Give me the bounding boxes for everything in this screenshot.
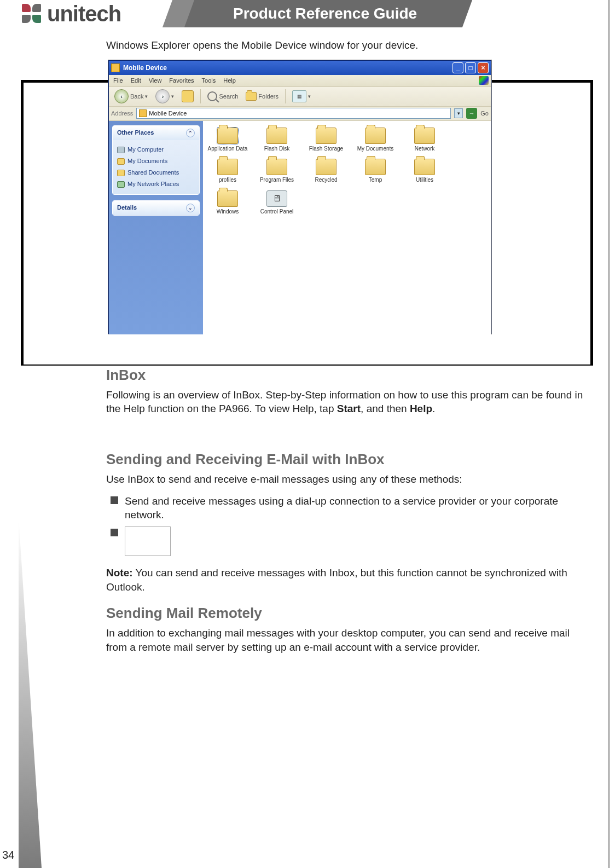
folder-icon: [217, 128, 238, 144]
menu-tools[interactable]: Tools: [202, 77, 216, 85]
folder-icon: [414, 159, 435, 175]
intro-text: Windows Explorer opens the Mobile Device…: [106, 38, 587, 53]
sidepane-link-mycomputer[interactable]: My Computer: [117, 145, 195, 155]
note-text: Note: You can send and receive messages …: [106, 566, 587, 594]
screenshot-container: Mobile Device _ □ × File Edit View Favor…: [85, 60, 587, 334]
folder-icon: [217, 190, 238, 207]
folder-program-files[interactable]: Program Files: [257, 159, 297, 184]
sidepane-link-shared[interactable]: Shared Documents: [117, 168, 195, 178]
minimize-button[interactable]: _: [452, 62, 463, 73]
bullet-icon: [111, 496, 118, 504]
menu-edit[interactable]: Edit: [131, 77, 141, 85]
section-remote-title: Sending Mail Remotely: [106, 604, 587, 623]
folder-icon: [365, 159, 386, 175]
forward-button[interactable]: ›▾: [153, 88, 176, 105]
menu-file[interactable]: File: [113, 77, 123, 85]
address-label: Address: [111, 109, 133, 118]
menu-view[interactable]: View: [149, 77, 162, 85]
section-sendrecv-title: Sending and Receiving E-Mail with InBox: [106, 450, 587, 469]
header-title-tab: Product Reference Guide: [178, 0, 472, 27]
toolbar: ‹Back▾ ›▾ Search Folders ▦▾: [109, 87, 491, 107]
page-number: 34: [2, 849, 14, 861]
folder-my-documents[interactable]: My Documents: [355, 128, 396, 153]
folder-icon: [246, 92, 257, 101]
folder-windows[interactable]: Windows: [207, 190, 248, 216]
expand-icon[interactable]: ⌄: [186, 204, 195, 212]
folder-icon: [316, 128, 336, 144]
folder-flash-storage[interactable]: Flash Storage: [306, 128, 346, 153]
folder-network[interactable]: Network: [404, 128, 445, 153]
folder-recycled[interactable]: Recycled: [306, 159, 346, 184]
other-places-card: Other Places⌃ My Computer My Documents S…: [112, 125, 200, 195]
collapse-icon[interactable]: ⌃: [186, 129, 195, 137]
placeholder-image: [125, 526, 171, 556]
titlebar[interactable]: Mobile Device _ □ ×: [109, 61, 491, 75]
sidepane-link-mydocs[interactable]: My Documents: [117, 157, 195, 166]
computer-icon: [117, 147, 125, 153]
window-icon: [111, 63, 120, 72]
window-title: Mobile Device: [123, 63, 167, 72]
explorer-window: Mobile Device _ □ × File Edit View Favor…: [108, 60, 491, 334]
address-field[interactable]: Mobile Device: [136, 108, 451, 119]
up-button[interactable]: [179, 89, 196, 103]
sidepane-link-network[interactable]: My Network Places: [117, 180, 195, 189]
brand-name: unitech: [47, 2, 121, 26]
page-content: Windows Explorer opens the Mobile Device…: [19, 27, 608, 655]
folder-icon: [414, 128, 435, 144]
menu-favorites[interactable]: Favorites: [169, 77, 194, 85]
details-card: Details⌄: [112, 200, 200, 216]
inbox-body: Following is an overview of InBox. Step-…: [106, 388, 587, 416]
views-icon: ▦: [292, 90, 306, 102]
folder-utilities[interactable]: Utilities: [404, 159, 445, 184]
folder-icon: [217, 159, 238, 175]
control-panel-icon: 🖥: [266, 190, 287, 207]
folder-flash-disk[interactable]: Flash Disk: [257, 128, 297, 153]
views-button[interactable]: ▦▾: [290, 89, 313, 103]
folder-up-icon: [182, 90, 194, 102]
address-dropdown[interactable]: ▾: [454, 108, 463, 118]
folder-temp[interactable]: Temp: [355, 159, 396, 184]
address-icon: [139, 109, 147, 117]
search-button[interactable]: Search: [205, 90, 240, 102]
folder-application-data[interactable]: Application Data: [207, 128, 248, 153]
file-area: Application Data Flash Disk Flash Storag…: [203, 121, 491, 334]
menu-help[interactable]: Help: [223, 77, 236, 85]
side-pane: Other Places⌃ My Computer My Documents S…: [109, 121, 203, 334]
other-places-title: Other Places: [117, 129, 154, 137]
folder-icon: [117, 170, 125, 176]
remote-body: In addition to exchanging mail messages …: [106, 626, 587, 654]
folder-icon: [266, 128, 287, 144]
sendrecv-intro: Use InBox to send and receive e-mail mes…: [106, 472, 587, 487]
header-title: Product Reference Guide: [233, 5, 417, 22]
folder-icon: [117, 158, 125, 165]
folder-icon: [365, 128, 386, 144]
maximize-button[interactable]: □: [465, 62, 476, 73]
brand-logo-icon: [22, 4, 44, 24]
menubar: File Edit View Favorites Tools Help: [109, 75, 491, 87]
go-label: Go: [480, 109, 489, 118]
folders-button[interactable]: Folders: [243, 91, 281, 102]
address-bar: Address Mobile Device ▾ → Go: [109, 107, 491, 121]
address-value: Mobile Device: [149, 109, 187, 118]
folder-icon: [266, 159, 287, 175]
explorer-body: Other Places⌃ My Computer My Documents S…: [109, 121, 491, 334]
close-button[interactable]: ×: [478, 62, 489, 73]
bullet-1: Send and receive messages using a dial-u…: [111, 494, 587, 522]
folder-profiles[interactable]: profiles: [207, 159, 248, 184]
search-icon: [207, 91, 217, 101]
page-frame: unitech Product Reference Guide Windows …: [19, 0, 610, 868]
back-button[interactable]: ‹Back▾: [112, 88, 150, 105]
bullet-2: [111, 526, 587, 556]
control-panel[interactable]: 🖥Control Panel: [257, 190, 297, 216]
windows-flag-icon: [479, 76, 489, 85]
details-title: Details: [117, 204, 137, 212]
bullet-1-text: Send and receive messages using a dial-u…: [125, 494, 587, 522]
network-icon: [117, 181, 125, 188]
folder-icon: [316, 159, 336, 175]
go-button[interactable]: →: [466, 108, 477, 119]
brand-logo: unitech: [22, 2, 121, 26]
page-header: unitech Product Reference Guide: [19, 0, 608, 27]
bullet-icon: [111, 529, 118, 536]
section-inbox-title: InBox: [106, 366, 587, 385]
